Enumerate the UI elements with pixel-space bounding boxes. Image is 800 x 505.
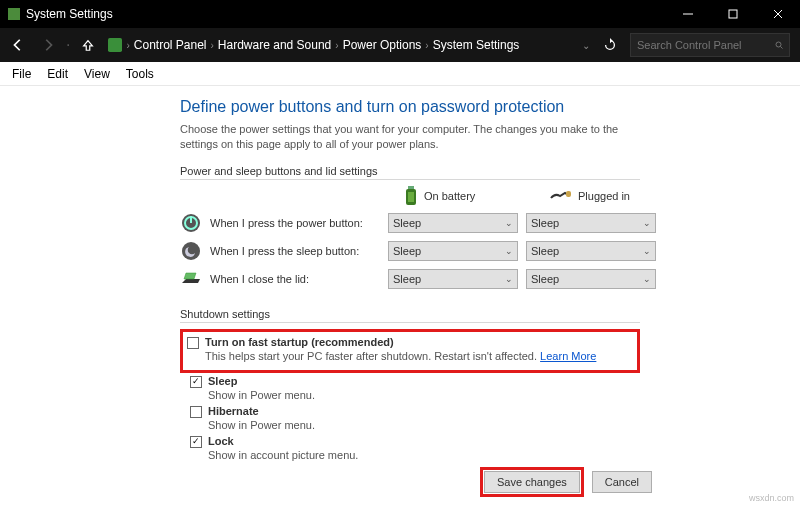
crumb-control-panel[interactable]: Control Panel [134,38,207,52]
col-plugged-in: Plugged in [526,189,656,203]
nav-separator: · [64,36,72,54]
title-bar: System Settings [0,0,800,28]
select-power-battery[interactable]: Sleep⌄ [388,213,518,233]
crumb-hardware-sound[interactable]: Hardware and Sound [218,38,331,52]
divider [180,322,640,323]
option-hibernate[interactable]: Hibernate [190,405,640,418]
svg-rect-5 [108,38,122,52]
checkbox-sleep[interactable] [190,376,202,388]
svg-rect-11 [566,191,571,197]
fast-startup-sub: This helps start your PC faster after sh… [205,350,633,362]
select-sleep-battery[interactable]: Sleep⌄ [388,241,518,261]
page-description: Choose the power settings that you want … [180,122,640,153]
menu-view[interactable]: View [76,65,118,83]
option-fast-startup[interactable]: Turn on fast startup (recommended) [187,336,633,349]
checkbox-lock[interactable] [190,436,202,448]
up-button[interactable] [74,31,102,59]
chevron-down-icon: ⌄ [505,246,513,256]
page-title: Define power buttons and turn on passwor… [180,98,640,116]
svg-line-7 [781,47,783,49]
select-sleep-plugged[interactable]: Sleep⌄ [526,241,656,261]
cancel-button[interactable]: Cancel [592,471,652,493]
section-shutdown-label: Shutdown settings [180,308,640,320]
chevron-right-icon: › [425,40,428,51]
row-lid-label: When I close the lid: [180,268,380,290]
breadcrumb[interactable]: › Control Panel › Hardware and Sound › P… [104,38,580,52]
section-power-sleep-label: Power and sleep buttons and lid settings [180,165,640,177]
crumb-system-settings[interactable]: System Settings [433,38,520,52]
battery-icon [404,186,418,206]
control-panel-icon [108,38,122,52]
nav-bar: · › Control Panel › Hardware and Sound ›… [0,28,800,62]
minimize-button[interactable] [665,0,710,28]
row-power-button-label: When I press the power button: [180,212,380,234]
sleep-icon [180,240,202,262]
row-sleep-button-label: When I press the sleep button: [180,240,380,262]
menu-bar: File Edit View Tools [0,62,800,86]
sleep-sub: Show in Power menu. [208,389,640,401]
chevron-right-icon: › [211,40,214,51]
hibernate-sub: Show in Power menu. [208,419,640,431]
app-icon [8,8,20,20]
back-button[interactable] [4,31,32,59]
option-lock[interactable]: Lock [190,435,640,448]
search-input[interactable] [637,39,775,51]
checkbox-hibernate[interactable] [190,406,202,418]
chevron-down-icon: ⌄ [643,246,651,256]
svg-rect-2 [729,10,737,18]
svg-rect-0 [8,8,20,20]
svg-rect-10 [408,192,414,202]
power-grid: On battery Plugged in When I press the p… [180,186,640,290]
select-lid-plugged[interactable]: Sleep⌄ [526,269,656,289]
svg-point-6 [776,42,781,47]
content: Define power buttons and turn on passwor… [0,86,800,505]
svg-rect-8 [408,186,414,189]
chevron-down-icon: ⌄ [643,218,651,228]
lock-sub: Show in account picture menu. [208,449,640,461]
footer-buttons: Save changes Cancel [484,471,652,493]
fast-startup-highlight: Turn on fast startup (recommended) This … [180,329,640,373]
option-sleep[interactable]: Sleep [190,375,640,388]
window-title: System Settings [26,7,113,21]
menu-edit[interactable]: Edit [39,65,76,83]
select-lid-battery[interactable]: Sleep⌄ [388,269,518,289]
chevron-right-icon: › [335,40,338,51]
learn-more-link[interactable]: Learn More [540,350,596,362]
chevron-down-icon: ⌄ [505,218,513,228]
maximize-button[interactable] [710,0,755,28]
chevron-down-icon: ⌄ [505,274,513,284]
chevron-down-icon: ⌄ [643,274,651,284]
select-power-plugged[interactable]: Sleep⌄ [526,213,656,233]
watermark: wsxdn.com [749,493,794,503]
close-button[interactable] [755,0,800,28]
menu-file[interactable]: File [4,65,39,83]
forward-button[interactable] [34,31,62,59]
save-changes-button[interactable]: Save changes [484,471,580,493]
crumb-power-options[interactable]: Power Options [343,38,422,52]
history-dropdown[interactable]: ⌄ [582,40,590,51]
lid-icon [180,268,202,290]
search-icon [775,39,783,51]
col-on-battery: On battery [388,186,518,206]
svg-point-15 [182,242,200,260]
checkbox-fast-startup[interactable] [187,337,199,349]
divider [180,179,640,180]
chevron-right-icon: › [126,40,129,51]
refresh-button[interactable] [596,31,624,59]
menu-tools[interactable]: Tools [118,65,162,83]
plug-icon [550,189,572,203]
search-box[interactable] [630,33,790,57]
power-icon [180,212,202,234]
